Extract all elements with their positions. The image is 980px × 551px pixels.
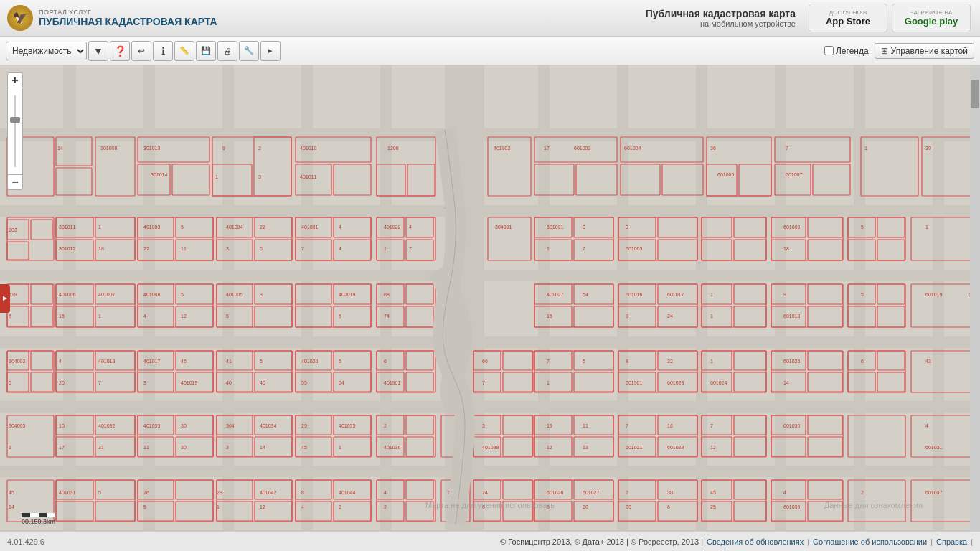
- svg-text:401017: 401017: [143, 359, 160, 364]
- svg-text:1: 1: [339, 445, 341, 450]
- svg-text:11: 11: [143, 445, 149, 450]
- scale-segment-3: [39, 513, 47, 517]
- map-scrollbar-right[interactable]: [970, 65, 980, 531]
- svg-text:4: 4: [143, 314, 146, 319]
- svg-text:6: 6: [861, 359, 864, 364]
- svg-text:14: 14: [260, 445, 265, 450]
- zoom-controls: + −: [7, 72, 23, 190]
- svg-text:40: 40: [260, 380, 265, 385]
- svg-text:2: 2: [626, 490, 628, 495]
- svg-text:14: 14: [57, 146, 63, 151]
- zoom-track: [14, 95, 16, 167]
- svg-text:601019: 601019: [925, 292, 942, 297]
- app-store-label: App Store: [826, 16, 870, 27]
- info-btn[interactable]: ℹ: [153, 41, 173, 61]
- svg-text:301013: 301013: [143, 146, 160, 151]
- svg-text:401027: 401027: [547, 292, 563, 297]
- svg-text:3: 3: [258, 174, 261, 179]
- status-bar: 4.01.429.6 © Госпицентр 2013, © Дата+ 20…: [0, 531, 980, 551]
- svg-text:401042: 401042: [260, 490, 276, 495]
- svg-text:54: 54: [339, 380, 344, 385]
- scroll-handle[interactable]: [971, 80, 979, 108]
- svg-text:18: 18: [98, 246, 104, 251]
- svg-text:6: 6: [384, 359, 387, 364]
- legend-checkbox-input[interactable]: [824, 46, 834, 55]
- arrow-down-btn[interactable]: ▼: [88, 41, 108, 61]
- help-btn[interactable]: ❓: [110, 41, 130, 61]
- svg-text:601030: 601030: [783, 423, 800, 428]
- svg-text:31: 31: [98, 445, 104, 450]
- zoom-out-button[interactable]: −: [7, 174, 23, 190]
- version-label: 4.01.429.6: [7, 537, 44, 546]
- svg-text:301008: 301008: [100, 146, 117, 151]
- svg-text:7: 7: [710, 423, 713, 428]
- svg-text:7: 7: [409, 246, 412, 251]
- rotate-btn[interactable]: ↩: [131, 41, 151, 61]
- available-on-label: ЗАГРУЗИТЕ НА: [910, 9, 953, 16]
- svg-text:46: 46: [181, 359, 187, 364]
- scale-bar: 0 0.15 0.3km: [22, 513, 55, 525]
- svg-text:401034: 401034: [260, 423, 276, 428]
- updates-link[interactable]: Сведения об обновлениях: [707, 537, 804, 546]
- svg-text:2: 2: [861, 490, 864, 495]
- svg-text:1: 1: [217, 504, 220, 509]
- svg-text:5: 5: [143, 504, 146, 509]
- map-management-button[interactable]: ⊞ Управление картой: [875, 43, 974, 59]
- settings-btn[interactable]: 🔧: [239, 41, 259, 61]
- svg-text:11: 11: [583, 423, 588, 428]
- svg-text:2: 2: [384, 423, 387, 428]
- extra-btn[interactable]: ▸: [260, 41, 281, 61]
- svg-text:8: 8: [583, 225, 585, 230]
- zoom-handle[interactable]: [10, 117, 20, 123]
- svg-text:7: 7: [547, 359, 550, 364]
- google-play-badge[interactable]: ЗАГРУЗИТЕ НА Google play: [892, 4, 971, 32]
- svg-text:6: 6: [482, 504, 485, 509]
- zoom-slider[interactable]: [7, 88, 23, 174]
- legend-checkbox[interactable]: Легенда: [824, 46, 869, 56]
- svg-text:45: 45: [301, 445, 307, 450]
- help-link[interactable]: Справка: [936, 537, 967, 546]
- app-store-badge[interactable]: Доступно в App Store: [809, 4, 887, 32]
- map-container[interactable]: 009 14 301008 301013 301014 9 1 2 3 4010…: [0, 65, 980, 531]
- side-panel-toggle[interactable]: [0, 284, 10, 313]
- separator-1: |: [807, 537, 809, 546]
- svg-text:401005: 401005: [226, 292, 242, 297]
- svg-text:20: 20: [583, 504, 588, 509]
- svg-text:14: 14: [783, 380, 789, 385]
- svg-text:8: 8: [301, 490, 304, 495]
- map-svg: 009 14 301008 301013 301014 9 1 2 3 4010…: [0, 65, 980, 531]
- svg-text:18: 18: [783, 246, 789, 251]
- svg-text:66: 66: [482, 359, 488, 364]
- measure-btn[interactable]: 📏: [174, 41, 194, 61]
- svg-text:601009: 601009: [783, 225, 800, 230]
- scale-label-015: 0.15: [25, 518, 38, 525]
- svg-text:5: 5: [260, 359, 263, 364]
- zoom-in-button[interactable]: +: [7, 72, 23, 88]
- svg-text:4: 4: [783, 490, 786, 495]
- svg-text:5: 5: [260, 246, 263, 251]
- svg-text:1: 1: [547, 380, 550, 385]
- toolbar: Недвижимость Границы ОКС ▼ ❓ ↩ ℹ 📏 💾 🖨 🔧…: [0, 37, 980, 65]
- svg-text:401001: 401001: [301, 225, 318, 230]
- scale-segment-2: [30, 513, 38, 517]
- scale-label-03: 0.3km: [38, 518, 56, 525]
- svg-rect-17: [775, 65, 786, 531]
- svg-text:1: 1: [710, 359, 713, 364]
- print-btn[interactable]: 🖨: [217, 41, 237, 61]
- svg-text:24: 24: [667, 314, 673, 319]
- svg-text:41: 41: [226, 359, 232, 364]
- property-type-dropdown[interactable]: Недвижимость Границы ОКС: [6, 42, 87, 60]
- agreement-link[interactable]: Соглашение об использовании: [813, 537, 927, 546]
- svg-text:401032: 401032: [98, 423, 115, 428]
- svg-text:301012: 301012: [59, 246, 75, 251]
- save-btn[interactable]: 💾: [196, 41, 216, 61]
- header-right: Публичная кадастровая карта на мобильном…: [646, 4, 973, 32]
- svg-text:601026: 601026: [547, 490, 563, 495]
- svg-text:55: 55: [301, 380, 307, 385]
- svg-text:1: 1: [547, 246, 550, 251]
- svg-text:29: 29: [301, 423, 307, 428]
- svg-text:40: 40: [226, 380, 232, 385]
- svg-text:1: 1: [864, 146, 867, 151]
- svg-text:401022: 401022: [384, 225, 400, 230]
- svg-text:3: 3: [9, 445, 11, 450]
